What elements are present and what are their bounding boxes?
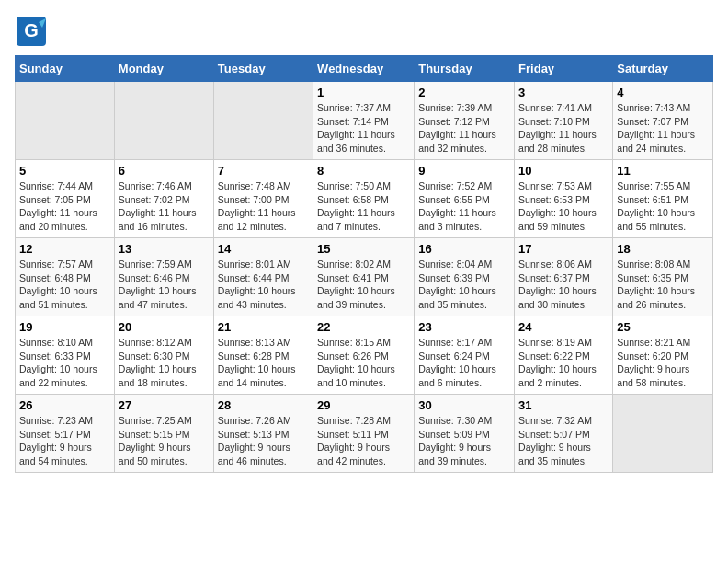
day-number: 16 — [418, 242, 510, 256]
day-info: Sunrise: 8:06 AM Sunset: 6:37 PM Dayligh… — [518, 258, 609, 312]
day-info: Sunrise: 8:21 AM Sunset: 6:20 PM Dayligh… — [617, 336, 709, 390]
calendar-cell: 21Sunrise: 8:13 AM Sunset: 6:28 PM Dayli… — [213, 316, 313, 395]
day-info: Sunrise: 8:12 AM Sunset: 6:30 PM Dayligh… — [119, 336, 210, 390]
day-number: 12 — [19, 242, 110, 256]
day-number: 19 — [19, 320, 110, 334]
day-number: 25 — [617, 320, 709, 334]
day-number: 1 — [317, 86, 410, 99]
day-info: Sunrise: 7:37 AM Sunset: 7:14 PM Dayligh… — [317, 101, 410, 155]
calendar-cell: 30Sunrise: 7:30 AM Sunset: 5:09 PM Dayli… — [415, 395, 515, 473]
day-info: Sunrise: 8:15 AM Sunset: 6:26 PM Dayligh… — [317, 336, 410, 390]
day-info: Sunrise: 7:44 AM Sunset: 7:05 PM Dayligh… — [19, 179, 110, 234]
day-number: 14 — [218, 242, 309, 256]
day-number: 10 — [518, 164, 609, 178]
day-info: Sunrise: 7:57 AM Sunset: 6:48 PM Dayligh… — [19, 258, 110, 312]
day-number: 3 — [518, 86, 609, 99]
day-number: 4 — [617, 86, 709, 99]
day-number: 30 — [418, 398, 510, 412]
week-row-4: 19Sunrise: 8:10 AM Sunset: 6:33 PM Dayli… — [16, 316, 713, 395]
logo-icon: G — [15, 15, 48, 48]
calendar-cell: 18Sunrise: 8:08 AM Sunset: 6:35 PM Dayli… — [613, 238, 713, 316]
day-number: 21 — [218, 320, 309, 334]
calendar-cell: 27Sunrise: 7:25 AM Sunset: 5:15 PM Dayli… — [114, 395, 213, 473]
day-header-friday: Friday — [515, 56, 613, 82]
calendar-cell: 29Sunrise: 7:28 AM Sunset: 5:11 PM Dayli… — [313, 395, 415, 473]
day-info: Sunrise: 8:04 AM Sunset: 6:39 PM Dayligh… — [418, 258, 510, 312]
calendar-cell: 28Sunrise: 7:26 AM Sunset: 5:13 PM Dayli… — [213, 395, 313, 473]
day-info: Sunrise: 7:59 AM Sunset: 6:46 PM Dayligh… — [119, 258, 210, 312]
svg-text:G: G — [24, 20, 39, 40]
calendar-cell: 6Sunrise: 7:46 AM Sunset: 7:02 PM Daylig… — [114, 160, 213, 238]
calendar-cell: 16Sunrise: 8:04 AM Sunset: 6:39 PM Dayli… — [415, 238, 515, 316]
week-row-3: 12Sunrise: 7:57 AM Sunset: 6:48 PM Dayli… — [16, 238, 713, 316]
calendar-cell: 1Sunrise: 7:37 AM Sunset: 7:14 PM Daylig… — [313, 82, 415, 160]
calendar-cell: 15Sunrise: 8:02 AM Sunset: 6:41 PM Dayli… — [313, 238, 415, 316]
week-row-1: 1Sunrise: 7:37 AM Sunset: 7:14 PM Daylig… — [16, 82, 713, 160]
day-info: Sunrise: 8:01 AM Sunset: 6:44 PM Dayligh… — [218, 258, 309, 312]
day-info: Sunrise: 7:55 AM Sunset: 6:51 PM Dayligh… — [617, 179, 709, 234]
day-info: Sunrise: 7:23 AM Sunset: 5:17 PM Dayligh… — [19, 414, 110, 468]
calendar-cell: 22Sunrise: 8:15 AM Sunset: 6:26 PM Dayli… — [313, 316, 415, 395]
day-info: Sunrise: 7:25 AM Sunset: 5:15 PM Dayligh… — [119, 414, 210, 468]
day-number: 8 — [317, 164, 410, 178]
calendar-cell: 26Sunrise: 7:23 AM Sunset: 5:17 PM Dayli… — [16, 395, 115, 473]
day-number: 17 — [518, 242, 609, 256]
day-number: 22 — [317, 320, 410, 334]
calendar-cell: 24Sunrise: 8:19 AM Sunset: 6:22 PM Dayli… — [515, 316, 613, 395]
calendar-cell — [114, 82, 213, 160]
calendar-cell: 20Sunrise: 8:12 AM Sunset: 6:30 PM Dayli… — [114, 316, 213, 395]
day-number: 20 — [119, 320, 210, 334]
day-info: Sunrise: 7:53 AM Sunset: 6:53 PM Dayligh… — [518, 179, 609, 234]
day-info: Sunrise: 8:10 AM Sunset: 6:33 PM Dayligh… — [19, 336, 110, 390]
calendar-cell: 25Sunrise: 8:21 AM Sunset: 6:20 PM Dayli… — [613, 316, 713, 395]
day-info: Sunrise: 7:39 AM Sunset: 7:12 PM Dayligh… — [418, 101, 510, 155]
day-number: 6 — [119, 164, 210, 178]
day-info: Sunrise: 7:26 AM Sunset: 5:13 PM Dayligh… — [218, 414, 309, 468]
calendar-cell: 10Sunrise: 7:53 AM Sunset: 6:53 PM Dayli… — [515, 160, 613, 238]
header-row: SundayMondayTuesdayWednesdayThursdayFrid… — [16, 56, 713, 82]
day-number: 2 — [418, 86, 510, 99]
calendar-cell: 17Sunrise: 8:06 AM Sunset: 6:37 PM Dayli… — [515, 238, 613, 316]
header: G — [15, 15, 713, 48]
day-number: 31 — [518, 398, 609, 412]
day-number: 29 — [317, 398, 410, 412]
day-info: Sunrise: 7:43 AM Sunset: 7:07 PM Dayligh… — [617, 101, 709, 155]
day-info: Sunrise: 8:02 AM Sunset: 6:41 PM Dayligh… — [317, 258, 410, 312]
day-header-thursday: Thursday — [415, 56, 515, 82]
day-info: Sunrise: 7:28 AM Sunset: 5:11 PM Dayligh… — [317, 414, 410, 468]
week-row-5: 26Sunrise: 7:23 AM Sunset: 5:17 PM Dayli… — [16, 395, 713, 473]
day-info: Sunrise: 8:17 AM Sunset: 6:24 PM Dayligh… — [418, 336, 510, 390]
calendar-cell — [613, 395, 713, 473]
day-number: 7 — [218, 164, 309, 178]
day-number: 26 — [19, 398, 110, 412]
day-number: 11 — [617, 164, 709, 178]
day-info: Sunrise: 8:13 AM Sunset: 6:28 PM Dayligh… — [218, 336, 309, 390]
day-info: Sunrise: 7:52 AM Sunset: 6:55 PM Dayligh… — [418, 179, 510, 234]
day-number: 23 — [418, 320, 510, 334]
day-header-wednesday: Wednesday — [313, 56, 415, 82]
calendar-cell: 19Sunrise: 8:10 AM Sunset: 6:33 PM Dayli… — [16, 316, 115, 395]
calendar-cell: 23Sunrise: 8:17 AM Sunset: 6:24 PM Dayli… — [415, 316, 515, 395]
calendar-cell: 14Sunrise: 8:01 AM Sunset: 6:44 PM Dayli… — [213, 238, 313, 316]
day-info: Sunrise: 8:08 AM Sunset: 6:35 PM Dayligh… — [617, 258, 709, 312]
day-info: Sunrise: 8:19 AM Sunset: 6:22 PM Dayligh… — [518, 336, 609, 390]
day-info: Sunrise: 7:50 AM Sunset: 6:58 PM Dayligh… — [317, 179, 410, 234]
day-header-saturday: Saturday — [613, 56, 713, 82]
calendar-cell: 11Sunrise: 7:55 AM Sunset: 6:51 PM Dayli… — [613, 160, 713, 238]
calendar-cell: 2Sunrise: 7:39 AM Sunset: 7:12 PM Daylig… — [415, 82, 515, 160]
calendar-cell: 13Sunrise: 7:59 AM Sunset: 6:46 PM Dayli… — [114, 238, 213, 316]
day-number: 18 — [617, 242, 709, 256]
day-number: 24 — [518, 320, 609, 334]
calendar-cell: 31Sunrise: 7:32 AM Sunset: 5:07 PM Dayli… — [515, 395, 613, 473]
week-row-2: 5Sunrise: 7:44 AM Sunset: 7:05 PM Daylig… — [16, 160, 713, 238]
day-header-sunday: Sunday — [16, 56, 115, 82]
day-number: 5 — [19, 164, 110, 178]
day-info: Sunrise: 7:30 AM Sunset: 5:09 PM Dayligh… — [418, 414, 510, 468]
calendar-cell: 8Sunrise: 7:50 AM Sunset: 6:58 PM Daylig… — [313, 160, 415, 238]
day-info: Sunrise: 7:48 AM Sunset: 7:00 PM Dayligh… — [218, 179, 309, 234]
day-number: 13 — [119, 242, 210, 256]
day-header-monday: Monday — [114, 56, 213, 82]
day-info: Sunrise: 7:41 AM Sunset: 7:10 PM Dayligh… — [518, 101, 609, 155]
calendar-table: SundayMondayTuesdayWednesdayThursdayFrid… — [15, 55, 713, 473]
calendar-cell: 7Sunrise: 7:48 AM Sunset: 7:00 PM Daylig… — [213, 160, 313, 238]
